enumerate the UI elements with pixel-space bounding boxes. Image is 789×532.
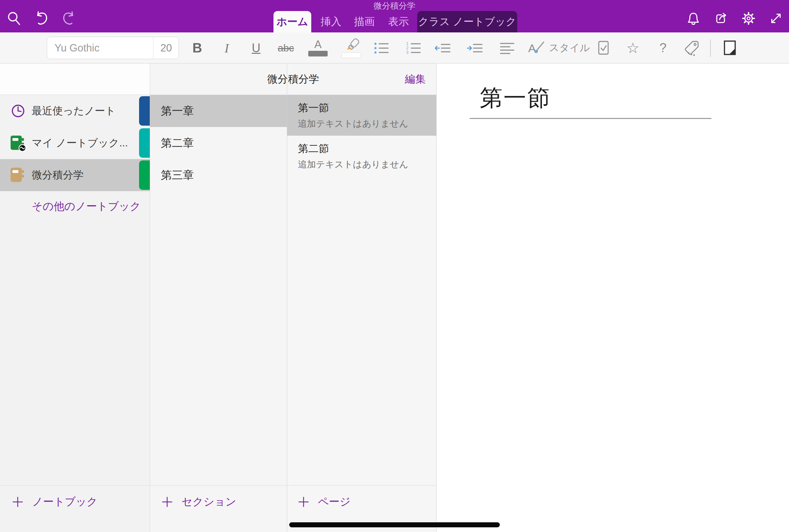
section-label: 第一章 — [161, 95, 194, 127]
notebook-color-tab — [139, 160, 150, 190]
styles-label: スタイル — [549, 41, 590, 55]
sidebar-item-label: 微分積分学 — [32, 159, 83, 191]
strikethrough-icon: abc — [278, 42, 294, 54]
sidebar-bottom-divider — [0, 485, 150, 486]
todo-checkbox-button[interactable] — [593, 33, 615, 63]
notebook-color-tab — [139, 96, 150, 126]
sidebar-item-calculus[interactable]: 微分積分学 — [0, 159, 150, 191]
bullet-list-button[interactable] — [371, 33, 393, 63]
add-notebook-label: ノートブック — [32, 495, 98, 509]
plus-icon — [162, 496, 173, 508]
tag-icon — [683, 40, 700, 56]
section-item-chapter2[interactable]: 第二章 — [150, 127, 287, 159]
tag-button[interactable] — [681, 33, 703, 63]
strikethrough-button[interactable]: abc — [274, 33, 298, 63]
gear-icon — [741, 11, 756, 26]
styles-button[interactable]: A スタイル — [527, 33, 590, 63]
notifications-button[interactable] — [685, 11, 701, 26]
bold-button[interactable]: B — [187, 33, 207, 63]
sidebar-item-label: 最近使ったノート — [32, 95, 116, 127]
numbered-list-button[interactable]: 123 — [402, 33, 425, 63]
note-corner-icon — [722, 39, 737, 57]
share-icon — [713, 11, 729, 26]
bold-icon: B — [192, 40, 202, 55]
undo-button[interactable] — [34, 11, 50, 26]
help-button[interactable]: ? — [652, 33, 674, 63]
pages-panel: 第一節 追加テキストはありません 第二節 追加テキストはありません ページ — [287, 95, 436, 532]
editor-page-title[interactable]: 第一節 — [480, 83, 551, 113]
section-item-chapter1[interactable]: 第一章 — [150, 95, 287, 127]
clock-icon — [10, 102, 27, 120]
section-label: 第三章 — [161, 159, 194, 191]
onenote-app-window: 微分積分学 ホーム 挿入 描画 表示 クラス ノートブック Yu Gothic … — [0, 0, 789, 532]
svg-text:1: 1 — [406, 41, 409, 46]
sidebar-item-recent-notes[interactable]: 最近使ったノート — [0, 95, 150, 127]
more-notebooks-link[interactable]: その他のノートブック — [32, 199, 141, 214]
share-button[interactable] — [713, 11, 729, 26]
section-label: 第二章 — [161, 127, 194, 159]
numbered-list-icon: 123 — [405, 41, 422, 55]
tab-view[interactable]: 表示 — [382, 11, 415, 33]
outdent-button[interactable] — [432, 33, 454, 63]
underline-icon: U — [252, 41, 260, 55]
italic-button[interactable]: I — [217, 33, 237, 63]
add-section-button[interactable]: セクション — [162, 486, 237, 518]
page-item-section1[interactable]: 第一節 追加テキストはありません — [287, 95, 436, 136]
page-editor-canvas[interactable]: 第一節 — [437, 63, 789, 532]
document-title: 微分積分学 — [0, 1, 789, 11]
search-button[interactable] — [6, 11, 22, 26]
favorite-button[interactable]: ☆ — [622, 33, 644, 63]
tab-class-notebook[interactable]: クラス ノートブック — [417, 11, 517, 33]
page-subtitle-label: 追加テキストはありません — [298, 118, 408, 130]
checkbox-icon — [596, 40, 611, 56]
font-picker[interactable]: Yu Gothic 20 — [47, 37, 179, 59]
redo-button[interactable] — [61, 11, 77, 26]
edit-button[interactable]: 編集 — [405, 63, 426, 95]
panel-divider — [150, 63, 150, 532]
notebook-header-title: 微分積分学 — [150, 63, 436, 95]
font-name-value[interactable]: Yu Gothic — [55, 37, 99, 59]
page-title-label: 第二節 — [298, 142, 329, 156]
help-icon: ? — [659, 41, 666, 55]
page-item-section2[interactable]: 第二節 追加テキストはありません — [287, 136, 436, 176]
indent-button[interactable] — [464, 33, 486, 63]
notebook-sync-icon — [10, 134, 27, 152]
underline-button[interactable]: U — [246, 33, 266, 63]
settings-button[interactable] — [740, 11, 756, 26]
styles-icon: A — [527, 40, 546, 56]
bullet-list-icon — [373, 41, 390, 55]
font-size-value[interactable]: 20 — [153, 37, 179, 59]
outdent-icon — [434, 41, 452, 55]
plus-icon — [12, 496, 23, 508]
notebook-header: 微分積分学 編集 — [150, 63, 436, 95]
plus-icon — [298, 496, 309, 508]
sidebar-item-label: マイ ノートブック... — [32, 127, 128, 159]
highlight-button[interactable] — [340, 33, 363, 63]
add-page-button[interactable]: ページ — [298, 486, 351, 518]
font-color-button[interactable]: A — [306, 33, 330, 63]
search-icon — [6, 11, 22, 26]
top-app-bar: 微分積分学 ホーム 挿入 描画 表示 クラス ノートブック — [0, 0, 789, 33]
star-icon: ☆ — [626, 41, 639, 55]
tab-insert[interactable]: 挿入 — [314, 11, 348, 33]
notebooks-panel: 最近使ったノート マイ ノートブック... 微分積分学 — [0, 63, 150, 532]
add-section-label: セクション — [182, 495, 237, 509]
section-item-chapter3[interactable]: 第三章 — [150, 159, 287, 191]
tab-home[interactable]: ホーム — [274, 11, 311, 33]
svg-text:3: 3 — [406, 50, 409, 55]
note-container-button[interactable] — [719, 33, 741, 63]
tab-draw[interactable]: 描画 — [348, 11, 381, 33]
sidebar-item-my-notebook[interactable]: マイ ノートブック... — [0, 127, 150, 159]
alignment-button[interactable] — [496, 33, 518, 63]
add-notebook-button[interactable]: ノートブック — [12, 486, 98, 518]
undo-icon — [34, 11, 50, 26]
svg-text:2: 2 — [406, 46, 409, 51]
fullscreen-button[interactable] — [768, 11, 784, 26]
notebooks-panel-header — [0, 63, 150, 95]
home-indicator[interactable] — [289, 522, 500, 527]
notebook-icon — [10, 166, 27, 184]
notebook-color-tab — [139, 128, 150, 158]
sections-bottom-divider — [150, 485, 287, 486]
highlighter-icon — [342, 38, 361, 58]
page-title-label: 第一節 — [298, 101, 329, 115]
